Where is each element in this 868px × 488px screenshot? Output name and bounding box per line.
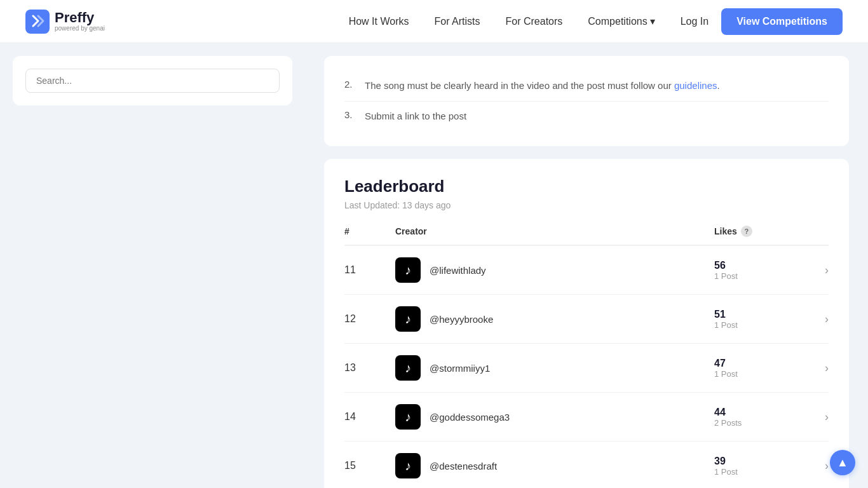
search-input[interactable] xyxy=(25,69,280,93)
tiktok-avatar-13: ♪ xyxy=(395,355,421,381)
likes-section-13: 47 1 Post › xyxy=(714,358,829,379)
creator-name-15: @destenesdraft xyxy=(430,461,497,471)
tiktok-avatar-15: ♪ xyxy=(395,453,421,478)
tiktok-icon-12: ♪ xyxy=(405,312,411,327)
creator-14: ♪ @goddessomega3 xyxy=(395,404,714,430)
posts-count-14: 2 Posts xyxy=(714,418,742,428)
rank-13: 13 xyxy=(344,362,395,374)
likes-count-13: 47 xyxy=(714,358,738,369)
instruction-text-2: The song must be clearly heard in the vi… xyxy=(365,79,720,93)
creator-13: ♪ @stormmiiyy1 xyxy=(395,355,714,381)
posts-count-11: 1 Post xyxy=(714,271,738,281)
creator-15: ♪ @destenesdraft xyxy=(395,453,714,478)
rank-12: 12 xyxy=(344,313,395,325)
instruction-num-3: 3. xyxy=(344,109,357,120)
chevron-right-icon-14: › xyxy=(825,410,829,424)
likes-section-11: 56 1 Post › xyxy=(714,260,829,281)
chevron-right-icon-12: › xyxy=(825,313,829,326)
view-competitions-button[interactable]: View Competitions xyxy=(721,8,843,35)
chevron-right-icon-13: › xyxy=(825,362,829,375)
tiktok-icon-11: ♪ xyxy=(405,263,411,278)
nav-how-it-works[interactable]: How It Works xyxy=(349,16,409,27)
likes-help-icon[interactable]: ? xyxy=(741,226,752,237)
tiktok-avatar-14: ♪ xyxy=(395,404,421,430)
sidebar-card xyxy=(13,56,292,105)
nav-competitions[interactable]: Competitions ▾ xyxy=(588,15,654,27)
sidebar xyxy=(0,43,305,488)
leaderboard-updated: Last Updated: 13 days ago xyxy=(344,200,829,210)
leaderboard-row-15[interactable]: 15 ♪ @destenesdraft 39 1 Post › xyxy=(344,442,829,488)
likes-count-12: 51 xyxy=(714,309,738,320)
leaderboard-title: Leaderboard xyxy=(344,177,829,196)
nav-for-creators[interactable]: For Creators xyxy=(506,16,563,27)
guidelines-link[interactable]: guidelines xyxy=(674,80,717,91)
tiktok-avatar-12: ♪ xyxy=(395,306,421,332)
creator-name-11: @lifewithlady xyxy=(430,265,486,276)
chevron-right-icon-11: › xyxy=(825,264,829,277)
leaderboard-row-12[interactable]: 12 ♪ @heyyybrooke 51 1 Post › xyxy=(344,295,829,344)
login-button[interactable]: Log In xyxy=(681,16,709,27)
rank-15: 15 xyxy=(344,460,395,471)
instruction-num-2: 2. xyxy=(344,79,357,90)
leaderboard-card: Leaderboard Last Updated: 13 days ago # … xyxy=(324,159,849,488)
tiktok-icon-15: ♪ xyxy=(405,459,411,473)
leaderboard-row-14[interactable]: 14 ♪ @goddessomega3 44 2 Posts › xyxy=(344,393,829,442)
likes-count-14: 44 xyxy=(714,407,742,418)
rank-14: 14 xyxy=(344,411,395,423)
chevron-up-icon: ▲ xyxy=(837,456,848,470)
logo-sub: powered by genai xyxy=(55,25,105,32)
instructions-card: 2. The song must be clearly heard in the… xyxy=(324,56,849,146)
col-likes-header: Likes ? xyxy=(714,226,829,237)
creator-name-14: @goddessomega3 xyxy=(430,412,510,423)
page-content: 2. The song must be clearly heard in the… xyxy=(0,43,868,488)
main-content: 2. The song must be clearly heard in the… xyxy=(305,43,868,488)
likes-section-15: 39 1 Post › xyxy=(714,456,829,477)
instruction-text-3: Submit a link to the post xyxy=(365,109,466,124)
posts-count-15: 1 Post xyxy=(714,467,738,477)
leaderboard-row-13[interactable]: 13 ♪ @stormmiiyy1 47 1 Post › xyxy=(344,344,829,393)
instruction-item-3: 3. Submit a link to the post xyxy=(344,102,829,132)
nav-actions: Log In View Competitions xyxy=(681,8,843,35)
creator-11: ♪ @lifewithlady xyxy=(395,257,714,283)
logo-name: Preffy xyxy=(55,11,105,25)
posts-count-13: 1 Post xyxy=(714,369,738,379)
col-creator-header: Creator xyxy=(395,226,714,236)
scroll-to-top-button[interactable]: ▲ xyxy=(830,450,855,475)
rank-11: 11 xyxy=(344,264,395,276)
creator-name-13: @stormmiiyy1 xyxy=(430,363,490,374)
tiktok-avatar-11: ♪ xyxy=(395,257,421,283)
navbar: Preffy powered by genai How It Works For… xyxy=(0,0,868,43)
likes-section-12: 51 1 Post › xyxy=(714,309,829,330)
chevron-right-icon-15: › xyxy=(825,459,829,473)
tiktok-icon-14: ♪ xyxy=(405,410,411,424)
leaderboard-row-11[interactable]: 11 ♪ @lifewithlady 56 1 Post › xyxy=(344,246,829,295)
logo-icon xyxy=(25,10,50,34)
posts-count-12: 1 Post xyxy=(714,320,738,330)
chevron-down-icon: ▾ xyxy=(650,15,655,27)
likes-count-15: 39 xyxy=(714,456,738,467)
likes-section-14: 44 2 Posts › xyxy=(714,407,829,428)
instruction-item-2: 2. The song must be clearly heard in the… xyxy=(344,71,829,102)
likes-count-11: 56 xyxy=(714,260,738,271)
creator-name-12: @heyyybrooke xyxy=(430,314,493,325)
creator-12: ♪ @heyyybrooke xyxy=(395,306,714,332)
tiktok-icon-13: ♪ xyxy=(405,361,411,376)
nav-for-artists[interactable]: For Artists xyxy=(434,16,480,27)
nav-links: How It Works For Artists For Creators Co… xyxy=(349,15,655,27)
leaderboard-header: # Creator Likes ? xyxy=(344,226,829,246)
col-rank-header: # xyxy=(344,226,395,236)
logo[interactable]: Preffy powered by genai xyxy=(25,10,105,34)
